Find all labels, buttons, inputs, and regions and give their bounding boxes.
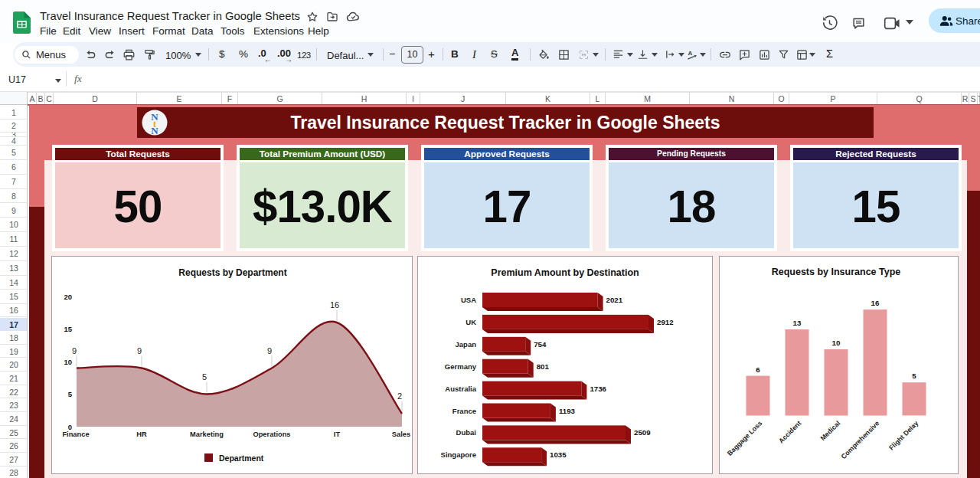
- svg-text:Singapore: Singapore: [441, 450, 476, 459]
- svg-text:HR: HR: [136, 431, 147, 438]
- svg-text:IT: IT: [334, 431, 341, 438]
- svg-text:Flight Delay: Flight Delay: [887, 419, 920, 451]
- svg-text:10: 10: [64, 358, 72, 366]
- svg-text:Medical: Medical: [819, 419, 842, 442]
- svg-text:Accident: Accident: [777, 419, 802, 444]
- svg-text:Marketing: Marketing: [190, 431, 224, 438]
- svg-text:France: France: [452, 407, 476, 415]
- svg-text:A: A: [688, 50, 693, 57]
- svg-text:9: 9: [267, 346, 272, 355]
- svg-text:Comprehensive: Comprehensive: [840, 419, 881, 460]
- svg-text:20: 20: [64, 293, 72, 301]
- svg-text:Department: Department: [219, 453, 264, 463]
- svg-text:UK: UK: [466, 318, 476, 326]
- svg-text:5: 5: [68, 390, 73, 398]
- svg-text:Dubai: Dubai: [456, 428, 476, 437]
- svg-text:Premium Amount by Destination: Premium Amount by Destination: [491, 267, 639, 278]
- svg-text:10: 10: [832, 339, 841, 347]
- svg-text:13: 13: [793, 319, 802, 327]
- svg-text:9: 9: [72, 346, 77, 355]
- svg-text:Requests by Department: Requests by Department: [178, 267, 286, 278]
- svg-text:16: 16: [330, 300, 339, 309]
- svg-text:Japan: Japan: [456, 340, 477, 349]
- svg-text:1193: 1193: [559, 407, 576, 415]
- svg-text:N: N: [151, 125, 158, 136]
- svg-text:Germany: Germany: [445, 362, 477, 371]
- svg-text:2912: 2912: [657, 318, 674, 326]
- svg-text:1736: 1736: [590, 385, 606, 393]
- svg-text:2509: 2509: [634, 428, 651, 437]
- svg-text:754: 754: [534, 340, 547, 349]
- svg-text:1035: 1035: [550, 450, 567, 459]
- svg-text:5: 5: [912, 372, 916, 380]
- svg-text:Finance: Finance: [62, 431, 89, 438]
- svg-text:5: 5: [202, 372, 207, 381]
- svg-text:0: 0: [68, 423, 72, 431]
- svg-text:801: 801: [537, 362, 550, 371]
- svg-text:Sales: Sales: [392, 431, 410, 438]
- svg-text:16: 16: [871, 299, 880, 307]
- svg-text:2: 2: [397, 391, 402, 401]
- svg-text:9: 9: [137, 346, 142, 355]
- svg-text:Requests by Insurance Type: Requests by Insurance Type: [772, 267, 901, 277]
- svg-text:Baggage Loss: Baggage Loss: [726, 419, 764, 457]
- svg-text:2021: 2021: [606, 296, 623, 304]
- svg-text:USA: USA: [461, 296, 476, 304]
- svg-text:Operations: Operations: [253, 431, 290, 438]
- svg-text:6: 6: [756, 365, 760, 374]
- svg-text:Australia: Australia: [445, 385, 476, 393]
- svg-text:15: 15: [64, 325, 72, 333]
